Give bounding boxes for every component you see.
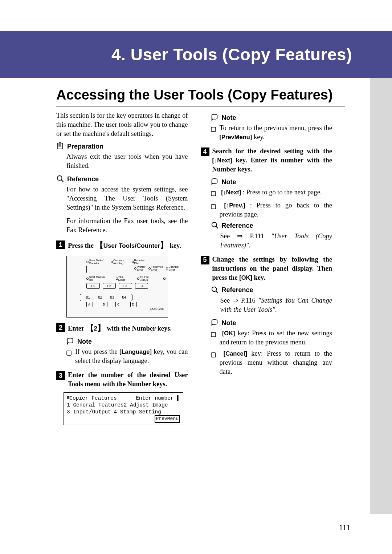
scanner-error-indicator: Scanner Error — [166, 266, 179, 271]
note-label-3: Note — [222, 113, 236, 122]
note-heading-4: Note — [211, 178, 332, 186]
step2-prefix: Enter — [68, 325, 86, 332]
note-label-5: Note — [222, 319, 236, 327]
note-2-bullet: If you press the [Language] key, you can… — [66, 347, 188, 365]
note-label-4: Note — [222, 178, 236, 186]
num-03: 03 — [110, 295, 114, 300]
step-4-text: Search for the desired setting with the … — [212, 147, 332, 174]
reference-body-4: See ⇒ P.111 "User Tools (Copy Features)"… — [220, 232, 332, 250]
step-4: 4 Search for the desired setting with th… — [201, 147, 332, 174]
reference-heading-5: Reference — [211, 286, 332, 294]
bullet-icon — [211, 331, 216, 340]
ref5-suffix: . — [275, 306, 277, 313]
language-key: [Language] — [119, 348, 152, 355]
svg-point-11 — [212, 222, 216, 227]
lcd-title: Copier Features — [69, 395, 117, 401]
note3-suffix: key. — [252, 133, 265, 141]
note-icon — [211, 319, 219, 327]
reference-body-1b: For information the Fax user tools, see … — [66, 217, 188, 235]
bullet-icon — [211, 203, 216, 212]
usertools-indicator: User Tools/ Counter — [86, 259, 103, 265]
next-key: [↓Next] — [212, 157, 232, 163]
svg-rect-10 — [211, 205, 216, 209]
step-number-2: 2 — [56, 323, 65, 332]
step-number-5: 5 — [201, 256, 209, 264]
lcd-item-1: 1 General Features — [67, 402, 124, 409]
note-4-bullet-next: [↓Next] : Press to go to the next page. — [211, 188, 332, 199]
note2-prefix: If you press the — [75, 348, 119, 355]
printer-error-indicator: Printer Error — [134, 266, 146, 271]
ref5-prefix: See ⇒ P.116 — [220, 297, 258, 304]
num-04: 04 — [122, 295, 126, 300]
preparation-heading: Preparation — [56, 142, 188, 151]
step1-suffix: key. — [168, 242, 181, 249]
note3-prefix: To return to the previous menu, press th… — [220, 124, 332, 132]
note-heading-5: Note — [211, 319, 332, 327]
key-bracket-open-2: 【 — [86, 323, 94, 332]
step-5: 5 Change the settings by following the i… — [201, 255, 332, 282]
panel-diagram: User Tools/ Counter Commu- nicating Rece… — [66, 256, 168, 318]
section-title: Accessing the User Tools (Copy Features) — [56, 87, 345, 106]
key-bracket-close: 】 — [160, 240, 168, 250]
preparation-icon — [56, 142, 64, 150]
page-number: 111 — [339, 523, 350, 532]
f2-key: F2 — [103, 283, 116, 289]
note-5-cancel-body: [Cancel] key: Press to return to the pre… — [220, 349, 332, 376]
note-icon — [211, 178, 219, 186]
step-2-text: Enter 【2】 with the Number keys. — [68, 323, 172, 333]
step5-suffix: key. — [252, 274, 265, 281]
chapter-title: 4. User Tools (Copy Features) — [111, 45, 352, 64]
left-column: This section is for the key operators in… — [56, 111, 188, 429]
right-margin-bar — [370, 78, 392, 514]
note-2-body: If you press the [Language] key, you can… — [75, 347, 188, 365]
bullet-icon — [211, 125, 216, 134]
reference-label-1: Reference — [67, 175, 99, 183]
lcd-item-4: 4 Stamp Setting — [114, 409, 161, 416]
user-tools-key: User Tools/Counter — [103, 242, 160, 249]
step1-prefix: Press the — [68, 242, 95, 249]
lcd-row-3: 3 Input/Output 4 Stamp Setting — [67, 409, 180, 416]
step5-prefix: Change the settings by following the ins… — [212, 256, 332, 281]
svg-rect-0 — [57, 143, 62, 149]
note-4-next-body: [↓Next] : Press to go to the next page. — [220, 188, 332, 197]
ok-key-inline: [OK] — [222, 330, 235, 336]
ref4-prefix: See ⇒ P.111 — [220, 232, 271, 240]
content-area: This section is for the key operators in… — [56, 111, 332, 429]
step-3-text: Enter the number of the desired User Too… — [68, 371, 188, 389]
svg-rect-8 — [211, 127, 216, 132]
diagram-code: ZAAS120E — [69, 307, 164, 311]
bullet-icon — [211, 351, 216, 360]
lcd-row-1: ▦Copier Features Enter number ▌ — [67, 395, 180, 402]
svg-rect-4 — [59, 142, 61, 143]
lcd-item-2: 2 Adjust Image — [124, 402, 168, 409]
note-heading-2: Note — [66, 337, 188, 346]
note-3-bullet: To return to the previous menu, press th… — [211, 124, 332, 142]
preparation-body: Always exit the user tools when you have… — [66, 152, 188, 170]
svg-rect-7 — [67, 351, 71, 355]
note-3-body: To return to the previous menu, press th… — [220, 124, 332, 142]
note-5-bullet-cancel: [Cancel] key: Press to return to the pre… — [211, 349, 332, 376]
key-bracket-open: 【 — [95, 240, 103, 250]
step-number-4: 4 — [201, 147, 209, 156]
num-02: 02 — [98, 295, 102, 300]
bullet-icon — [66, 349, 72, 358]
preparation-label: Preparation — [67, 142, 103, 151]
f4-key: F4 — [135, 283, 148, 289]
note-4-prev-body: [↑Prev.] : Press to go back to the previ… — [220, 201, 332, 219]
reference-heading-1: Reference — [56, 175, 188, 183]
reference-icon — [211, 221, 220, 230]
ref4-suffix: . — [249, 242, 251, 249]
note4-next-text: : Press to go to the next page. — [241, 189, 322, 196]
bullet-icon — [211, 190, 216, 199]
next-key-inline: [↓Next] — [221, 189, 241, 195]
reference-body-1a: For how to access the system settings, s… — [66, 185, 188, 212]
num-keys: 01 02 03 04 — [80, 294, 132, 301]
step-number-3: 3 — [56, 371, 65, 380]
indicator-row-1: User Tools/ Counter Commu- nicating Rece… — [86, 259, 166, 265]
step4-prefix: Search for the desired setting with the — [212, 147, 332, 155]
status-row: Start Manual RX TEL Mode TX File Status — [86, 276, 166, 282]
note-5-bullet-ok: [OK] key: Press to set the new settings … — [211, 329, 332, 347]
step-1-text: Press the 【User Tools/Counter】 key. — [68, 240, 181, 251]
prev-key-inline: [↑Prev.] — [224, 202, 245, 209]
svg-rect-9 — [211, 191, 216, 196]
